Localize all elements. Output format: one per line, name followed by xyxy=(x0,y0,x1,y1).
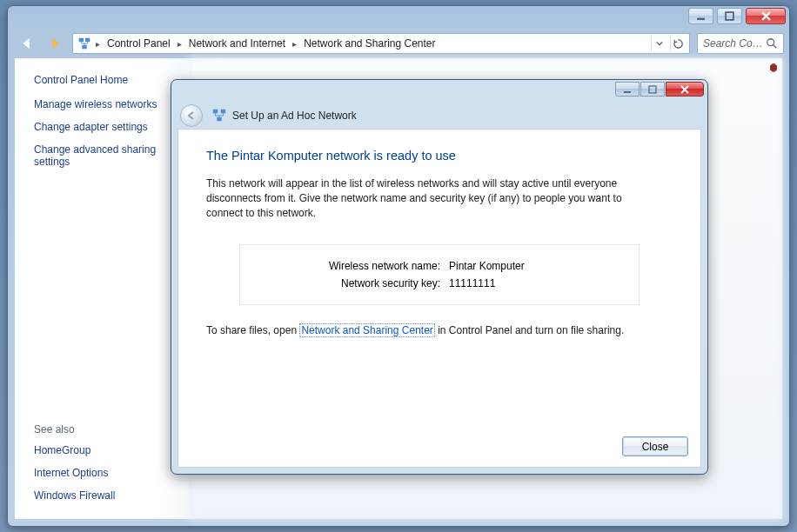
see-also-internet-options[interactable]: Internet Options xyxy=(34,467,180,479)
share-suffix: in Control Panel and turn on file sharin… xyxy=(435,324,624,336)
info-row-name: Wireless network name: Pintar Komputer xyxy=(240,257,639,275)
chevron-right-icon: ▸ xyxy=(94,39,102,49)
refresh-button[interactable] xyxy=(670,36,686,51)
info-key-value: 11111111 xyxy=(449,277,495,289)
svg-rect-8 xyxy=(649,86,656,93)
svg-rect-0 xyxy=(697,18,705,20)
forward-arrow-icon xyxy=(47,36,63,51)
breadcrumb-network-internet[interactable]: Network and Internet xyxy=(185,34,289,53)
see-also-homegroup[interactable]: HomeGroup xyxy=(34,444,180,456)
see-also-firewall[interactable]: Windows Firewall xyxy=(34,489,180,502)
svg-point-5 xyxy=(767,39,774,46)
maximize-icon xyxy=(648,85,657,94)
chevron-down-icon xyxy=(656,40,663,47)
maximize-icon xyxy=(725,11,734,21)
search-placeholder: Search Con... xyxy=(703,37,766,50)
svg-rect-1 xyxy=(726,12,733,20)
sidebar-link-adapter[interactable]: Change adapter settings xyxy=(34,121,180,133)
search-input[interactable]: Search Con... xyxy=(697,33,784,54)
network-icon xyxy=(211,108,227,123)
info-row-key: Network security key: 11111111 xyxy=(240,275,639,292)
dialog-titlebar xyxy=(171,80,707,103)
dialog-header: Set Up an Ad Hoc Network xyxy=(171,103,707,129)
svg-rect-4 xyxy=(82,45,86,50)
breadcrumb-network-sharing[interactable]: Network and Sharing Center xyxy=(300,34,439,53)
wizard-back-button xyxy=(180,104,203,127)
svg-rect-11 xyxy=(217,117,221,122)
chevron-right-icon: ▸ xyxy=(291,39,298,49)
breadcrumb-control-panel[interactable]: Control Panel xyxy=(104,34,174,53)
maximize-button[interactable] xyxy=(717,8,742,24)
close-button[interactable]: Close xyxy=(622,436,688,456)
dialog-minimize-button[interactable] xyxy=(615,82,640,96)
svg-rect-7 xyxy=(624,91,631,93)
sidebar-link-wireless[interactable]: Manage wireless networks xyxy=(34,98,180,110)
nav-forward-button[interactable] xyxy=(44,33,65,54)
info-name-value: Pintar Komputer xyxy=(449,260,525,272)
share-files-line: To share files, open Network and Sharing… xyxy=(206,324,673,336)
network-location-icon xyxy=(77,36,92,51)
dialog-maximize-button xyxy=(640,82,665,96)
dialog-paragraph: This network will appear in the list of … xyxy=(206,176,634,220)
dialog-heading: The Pintar Komputer network is ready to … xyxy=(206,149,673,163)
close-icon xyxy=(680,85,689,94)
address-bar[interactable]: ▸ Control Panel ▸ Network and Internet ▸… xyxy=(72,33,690,54)
nav-back-button[interactable] xyxy=(17,33,37,54)
svg-rect-3 xyxy=(85,38,90,43)
report-bug-icon[interactable] xyxy=(767,60,780,74)
close-button[interactable] xyxy=(746,8,786,24)
chevron-right-icon: ▸ xyxy=(176,39,184,49)
wizard-title: Set Up an Ad Hoc Network xyxy=(211,108,357,123)
adhoc-wizard-dialog: Set Up an Ad Hoc Network The Pintar Komp… xyxy=(171,79,708,475)
info-key-label: Network security key: xyxy=(240,277,449,289)
back-arrow-icon xyxy=(186,110,197,121)
info-name-label: Wireless network name: xyxy=(240,260,449,272)
minimize-button[interactable] xyxy=(688,8,713,24)
close-icon xyxy=(761,11,771,21)
refresh-icon xyxy=(673,39,683,49)
sidebar-heading[interactable]: Control Panel Home xyxy=(34,74,180,86)
see-also-label: See also xyxy=(34,423,180,436)
svg-rect-9 xyxy=(213,110,218,114)
sidebar: Control Panel Home Manage wireless netwo… xyxy=(15,58,189,519)
svg-rect-10 xyxy=(221,110,225,114)
sidebar-link-advanced-sharing[interactable]: Change advanced sharing settings xyxy=(34,143,180,168)
minimize-icon xyxy=(696,11,706,21)
window-titlebar xyxy=(8,6,789,30)
address-dropdown-button[interactable] xyxy=(651,36,666,51)
dialog-close-button[interactable] xyxy=(666,82,704,96)
dialog-body: The Pintar Komputer network is ready to … xyxy=(177,129,701,468)
navigation-row: ▸ Control Panel ▸ Network and Internet ▸… xyxy=(8,30,789,57)
network-sharing-center-link[interactable]: Network and Sharing Center xyxy=(299,323,434,337)
back-arrow-icon xyxy=(19,36,35,51)
dialog-footer: Close xyxy=(622,436,688,456)
share-prefix: To share files, open xyxy=(206,324,299,336)
search-icon xyxy=(766,37,778,50)
svg-rect-2 xyxy=(79,38,84,43)
minimize-icon xyxy=(623,85,632,94)
network-info-box: Wireless network name: Pintar Komputer N… xyxy=(239,244,640,305)
wizard-title-text: Set Up an Ad Hoc Network xyxy=(232,110,357,122)
